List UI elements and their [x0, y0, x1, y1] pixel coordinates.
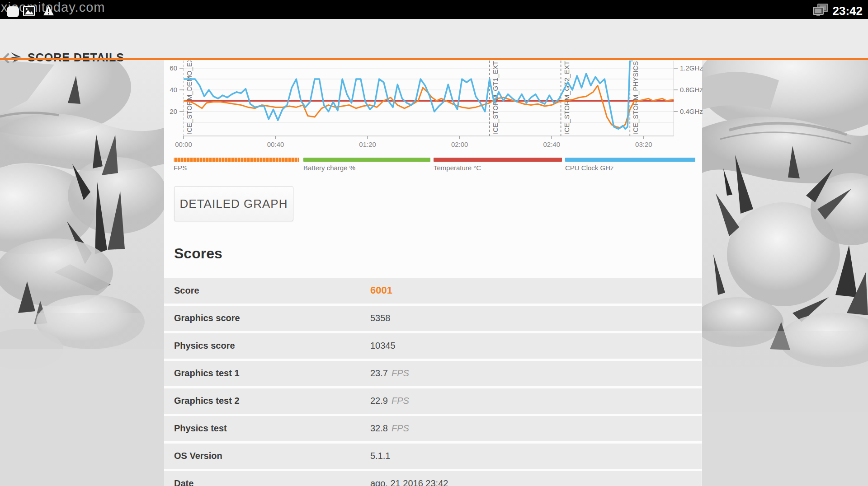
legend-color-bar: [174, 158, 299, 162]
table-row: Graphics test 123.7FPS: [164, 361, 702, 386]
row-label: Date: [174, 478, 193, 486]
row-label: Graphics test 1: [174, 368, 240, 379]
row-label: Physics test: [174, 423, 227, 434]
table-row: OS Version5.1.1: [164, 444, 702, 469]
legend-item: FPS: [174, 158, 299, 172]
row-unit: FPS: [392, 396, 409, 406]
legend-color-bar: [565, 158, 695, 162]
table-row: Graphics score5358: [164, 306, 702, 331]
status-clock: 23:42: [833, 4, 863, 18]
legend-color-bar: [303, 158, 430, 162]
page-title: SCORE DETAILS: [28, 51, 124, 64]
row-label: OS Version: [174, 451, 222, 461]
row-unit: FPS: [392, 423, 409, 433]
row-label: Score: [174, 285, 199, 296]
screen: xiaomitoday.com 23:4: [0, 0, 868, 486]
table-row: Dateago. 21 2016 23:42: [164, 471, 702, 486]
row-label: Graphics test 2: [174, 396, 240, 406]
table-row: Score6001: [164, 278, 702, 304]
row-value: 22.9FPS: [370, 396, 409, 406]
legend-color-bar: [434, 158, 562, 162]
legend-item: Temperature °C: [434, 158, 562, 172]
app-header: SCORE DETAILS: [0, 19, 868, 58]
row-unit: FPS: [392, 368, 409, 378]
row-value: 5358: [370, 313, 391, 323]
legend-item: Battery charge %: [303, 158, 430, 172]
legend-label: CPU Clock GHz: [565, 164, 695, 172]
orange-divider: [0, 58, 868, 60]
rounded-square-icon: [7, 6, 19, 17]
row-value: 10345: [370, 341, 396, 351]
status-bar: xiaomitoday.com 23:4: [0, 0, 868, 19]
photo-icon: [23, 6, 35, 18]
background-art-left: [0, 60, 164, 486]
scores-heading: Scores: [174, 245, 222, 262]
table-row: Graphics test 222.9FPS: [164, 388, 702, 414]
row-value: 5.1.1: [370, 451, 390, 461]
row-value: ago. 21 2016 23:42: [370, 478, 448, 486]
background-art-right: [702, 60, 868, 486]
screenshots-stack-icon: [812, 4, 829, 19]
legend-label: Temperature °C: [434, 164, 562, 172]
table-row: Physics test32.8FPS: [164, 416, 702, 441]
row-value: 32.8FPS: [370, 423, 409, 434]
row-value: 23.7FPS: [370, 368, 409, 379]
legend-label: Battery charge %: [303, 164, 430, 172]
row-label: Graphics score: [174, 313, 240, 323]
row-value: 6001: [370, 285, 392, 296]
warning-icon: [43, 5, 54, 18]
legend-label: FPS: [174, 164, 299, 172]
table-row: Physics score10345: [164, 333, 702, 359]
row-label: Physics score: [174, 341, 235, 351]
detailed-graph-button[interactable]: DETAILED GRAPH: [174, 186, 293, 221]
legend-item: CPU Clock GHz: [565, 158, 695, 172]
